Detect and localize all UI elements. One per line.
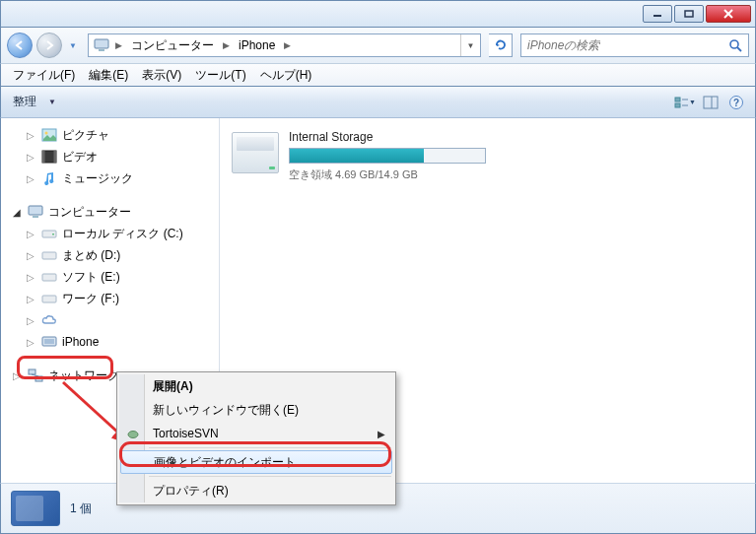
ctx-new-window[interactable]: 新しいウィンドウで開く(E) (119, 398, 393, 422)
svg-rect-25 (42, 252, 56, 259)
disk-icon (40, 247, 58, 263)
svg-rect-12 (704, 97, 718, 108)
tree-label: コンピューター (48, 204, 131, 221)
music-icon (40, 170, 58, 186)
nav-history-dropdown[interactable]: ▼ (66, 34, 80, 56)
chevron-right-icon[interactable]: ▶ (220, 40, 233, 50)
svg-rect-9 (675, 103, 680, 107)
menu-bar: ファイル(F) 編集(E) 表示(V) ツール(T) ヘルプ(H) (0, 63, 756, 87)
svg-rect-26 (42, 274, 56, 281)
tree-label: ローカル ディスク (C:) (62, 226, 183, 242)
navigation-bar: ▼ ▶ コンピューター ▶ iPhone ▶ ▼ (0, 28, 756, 63)
tree-drive-f[interactable]: ▷ワーク (F:) (1, 288, 219, 309)
svg-point-33 (128, 432, 138, 438)
picture-icon (40, 127, 58, 143)
submenu-arrow-icon: ▶ (378, 429, 385, 439)
network-icon (27, 367, 44, 383)
tree-music[interactable]: ▷ミュージック (1, 167, 219, 189)
forward-button[interactable] (36, 33, 62, 58)
search-input[interactable] (521, 38, 722, 52)
tree-label: ミュージック (62, 170, 133, 187)
tree-drive-cloud[interactable]: ▷ (1, 309, 219, 331)
svg-rect-24 (52, 234, 54, 235)
ctx-properties[interactable]: プロパティ(R) (119, 479, 393, 502)
menu-edit[interactable]: 編集(E) (83, 65, 134, 86)
storage-free-text: 空き領域 4.69 GB/14.9 GB (289, 167, 486, 182)
tree-label: ソフト (E:) (62, 269, 120, 286)
svg-rect-27 (42, 296, 56, 302)
disk-icon (40, 269, 58, 285)
organize-button[interactable]: 整理 (9, 92, 40, 112)
storage-bar (289, 148, 486, 164)
chevron-right-icon[interactable]: ▶ (281, 40, 294, 50)
video-icon (40, 149, 58, 165)
cloud-icon (40, 312, 58, 328)
svg-rect-4 (95, 39, 108, 48)
tree-label: ビデオ (62, 149, 98, 166)
back-button[interactable] (7, 33, 33, 58)
tree-drive-c[interactable]: ▷ローカル ディスク (C:) (1, 223, 219, 244)
svg-rect-19 (42, 151, 45, 163)
svg-rect-5 (99, 49, 104, 51)
menu-tools[interactable]: ツール(T) (189, 65, 251, 86)
computer-icon (93, 38, 110, 52)
svg-rect-31 (35, 376, 42, 381)
address-bar[interactable]: ▶ コンピューター ▶ iPhone ▶ ▼ (88, 33, 481, 57)
svg-rect-29 (44, 339, 54, 344)
search-icon[interactable] (722, 34, 748, 56)
svg-rect-22 (33, 216, 38, 218)
ctx-open[interactable]: 展開(A) (119, 374, 393, 398)
refresh-button[interactable] (489, 33, 513, 57)
window-titlebar (0, 0, 756, 28)
organize-dropdown-icon[interactable]: ▼ (44, 98, 60, 106)
tree-label: ワーク (F:) (62, 291, 119, 307)
tree-computer[interactable]: ◢コンピューター (1, 201, 219, 223)
menu-view[interactable]: 表示(V) (136, 65, 187, 86)
svg-point-6 (730, 40, 738, 48)
item-count: 1 個 (70, 501, 92, 517)
svg-rect-1 (685, 11, 693, 17)
menu-file[interactable]: ファイル(F) (7, 65, 81, 86)
svg-rect-20 (54, 151, 57, 163)
svg-rect-30 (29, 369, 35, 374)
address-dropdown[interactable]: ▼ (460, 34, 480, 56)
menu-help[interactable]: ヘルプ(H) (254, 65, 318, 86)
close-button[interactable] (706, 5, 751, 23)
minimize-button[interactable] (643, 5, 672, 23)
breadcrumb-computer[interactable]: コンピューター (125, 34, 220, 56)
tree-videos[interactable]: ▷ビデオ (1, 146, 219, 167)
command-bar: 整理 ▼ ▼ ? (0, 87, 756, 118)
maximize-button[interactable] (674, 5, 704, 23)
computer-icon (27, 204, 44, 220)
tree-label: ピクチャ (62, 127, 109, 144)
preview-pane-button[interactable] (700, 92, 722, 113)
storage-title: Internal Storage (289, 130, 486, 144)
svg-line-7 (737, 47, 741, 51)
svg-point-17 (45, 132, 48, 135)
tortoise-icon (124, 425, 142, 442)
tree-label: まとめ (D:) (62, 247, 120, 264)
disk-icon (40, 226, 58, 241)
search-box[interactable] (520, 33, 749, 57)
tree-pictures[interactable]: ▷ピクチャ (1, 124, 219, 146)
disk-icon (40, 291, 58, 306)
breadcrumb-iphone[interactable]: iPhone (233, 34, 281, 56)
svg-rect-21 (29, 206, 42, 215)
drive-icon (232, 132, 279, 173)
internal-storage-item[interactable]: Internal Storage 空き領域 4.69 GB/14.9 GB (232, 130, 743, 182)
view-mode-button[interactable]: ▼ (674, 92, 696, 113)
device-icon (40, 334, 58, 350)
chevron-right-icon[interactable]: ▶ (112, 40, 125, 50)
tree-label: ネットワーク (48, 367, 119, 384)
help-button[interactable]: ? (725, 92, 747, 113)
context-menu: 展開(A) 新しいウィンドウで開く(E) TortoiseSVN▶ 画像とビデオ… (116, 371, 396, 505)
ctx-tortoisesvn[interactable]: TortoiseSVN▶ (119, 422, 393, 445)
tree-drive-e[interactable]: ▷ソフト (E:) (1, 266, 219, 288)
tree-drive-d[interactable]: ▷まとめ (D:) (1, 244, 219, 266)
device-thumbnail (11, 491, 60, 526)
svg-rect-8 (675, 98, 680, 101)
tree-iphone[interactable]: ▷iPhone (1, 331, 219, 353)
ctx-import-photos[interactable]: 画像とビデオのインポート (120, 450, 392, 474)
tree-label: iPhone (62, 335, 99, 349)
svg-text:?: ? (733, 98, 739, 108)
